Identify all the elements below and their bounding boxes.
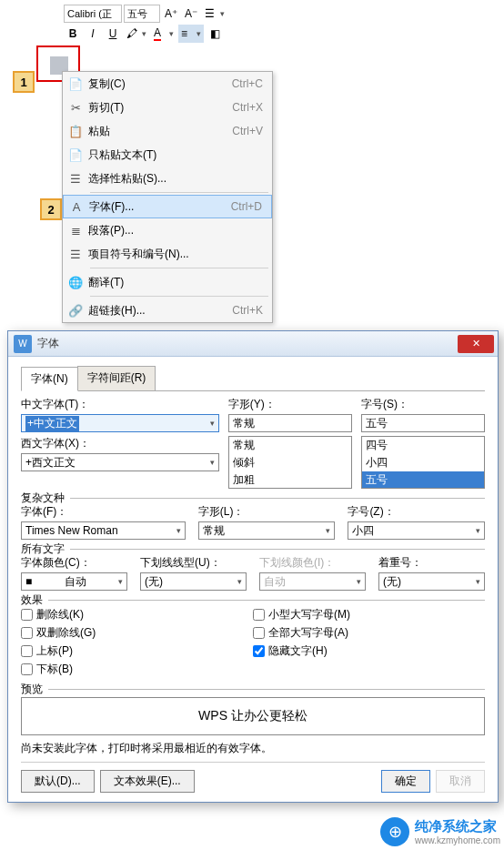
decrease-font-btn[interactable]: A⁻ [182,5,200,23]
align-btn[interactable]: ≡▾ [178,25,204,43]
font-name-select[interactable]: Calibri (正 [64,5,122,23]
font-size-select[interactable]: 五号 [124,5,160,23]
mini-toolbar: Calibri (正 五号 A⁺ A⁻ ☰▾ B I U 🖍▾ A▾ ≡▾ ◧ [64,5,504,43]
line-spacing-btn[interactable]: ☰▾ [202,5,227,23]
highlight-btn[interactable]: 🖍▾ [124,25,149,43]
bold-btn[interactable]: B [64,25,82,43]
underline-btn[interactable]: U [104,25,122,43]
italic-btn[interactable]: I [84,25,102,43]
increase-font-btn[interactable]: A⁺ [162,5,180,23]
font-color-btn[interactable]: A▾ [151,25,176,43]
erase-format-btn[interactable]: ◧ [206,25,224,43]
